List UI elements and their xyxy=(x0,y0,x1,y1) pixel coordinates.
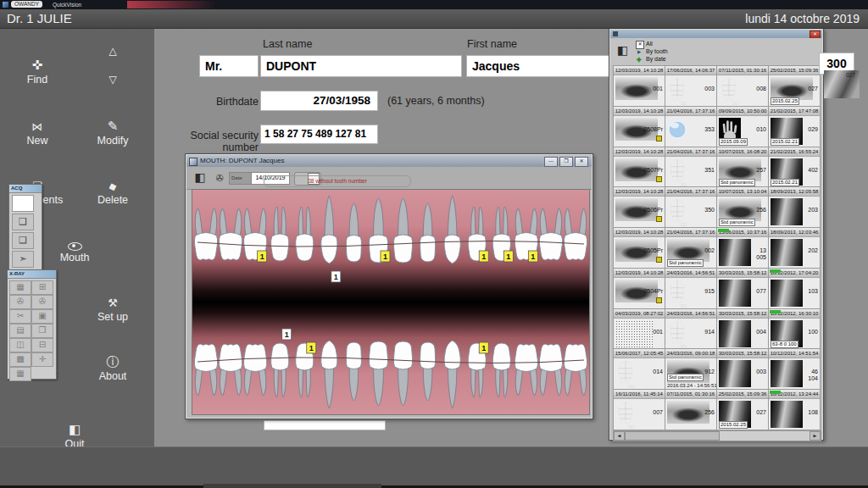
thumbnail-cell[interactable]: 24/03/2016, 14:56:513D915 xyxy=(665,269,717,309)
xray-thumbnail-t3d[interactable]: 3D xyxy=(667,77,687,106)
thumbnail-cell[interactable]: 10/12/2012, 13:24:44108 xyxy=(769,390,821,430)
xray-thumbnail-pano[interactable] xyxy=(615,77,658,100)
thumbnail-cell[interactable]: 12/03/2019, 14:10:28001 xyxy=(614,66,665,107)
scrollbar-thumb[interactable] xyxy=(625,431,720,441)
thumbnail-cell[interactable]: 21/02/2015, 17:47:080292015.02.21 xyxy=(769,107,821,147)
minimize-button[interactable] xyxy=(544,157,558,167)
xray-thumbnail-xray[interactable] xyxy=(771,360,803,387)
thumbnail-cell[interactable]: 18/12/2012, 17:04:20103 xyxy=(769,269,821,309)
thumbnail-cell[interactable]: 30/03/2015, 15:58:12077 xyxy=(717,269,769,309)
tooth-incisor[interactable] xyxy=(346,342,361,401)
xray-thumbnail-t3d[interactable]: 3D xyxy=(615,360,636,389)
xray-thumbnail-pano[interactable] xyxy=(667,401,709,424)
acquire-cam-2-icon[interactable]: ✇ xyxy=(31,295,53,309)
cut-icon[interactable]: ✂ xyxy=(9,309,31,324)
thumbnail-cell[interactable]: 21/04/2016, 17:37:16002Std panoramic xyxy=(665,228,717,269)
xray-thumbnail-xray[interactable] xyxy=(719,360,751,387)
xray-thumbnail-xray[interactable] xyxy=(719,239,751,266)
xray-thumbnail-xray[interactable] xyxy=(771,239,803,266)
exit-door-icon[interactable]: ◧ xyxy=(617,43,628,57)
thumbnail-cell[interactable]: 18/09/2013, 12:05:58203 xyxy=(769,187,821,228)
maximize-button[interactable] xyxy=(559,157,573,167)
xray-thumbnail-dither[interactable] xyxy=(615,320,653,347)
thumbnail-cell[interactable]: 15/06/2017, 12:05:453D014 xyxy=(614,349,665,390)
thumbnail-cell[interactable]: 12/03/2019, 14:10:280505Pr xyxy=(614,228,665,269)
tooth-molar[interactable] xyxy=(564,208,587,260)
xray-thumbnail-pano[interactable] xyxy=(667,239,709,262)
xray-thumbnail-t3d[interactable]: 3D xyxy=(667,158,687,187)
tooth-molar[interactable] xyxy=(515,344,537,396)
thumbnail-cell[interactable]: 21/04/2016, 17:37:163D350 xyxy=(665,187,717,228)
thumbnail-cell[interactable]: 16/11/2016, 11:45:143D007 xyxy=(614,390,665,430)
thumbnail-cell[interactable]: 24/03/2016, 14:56:513D914 xyxy=(665,309,717,350)
thumbnail-cell[interactable]: 25/02/2015, 15:09:360272015.02.25 xyxy=(717,390,769,430)
thumbnail-cell[interactable]: 24/03/2016, 09:00:18912Std panoramic2016… xyxy=(665,349,717,390)
filter-by-tooth[interactable]: By tooth xyxy=(646,48,668,54)
scroll-right-arrow[interactable]: ▶ xyxy=(810,431,821,441)
thumbnail-cell[interactable]: 21/04/2016, 17:37:163D351 xyxy=(665,147,717,188)
exit-door-icon[interactable]: ◧ xyxy=(193,169,207,186)
thumbnail-cell[interactable]: 21/04/2016, 17:37:16353 xyxy=(665,107,717,147)
tooth-molar[interactable] xyxy=(194,208,217,260)
tooth-molar[interactable] xyxy=(194,344,217,396)
xray-thumbnail-t3db[interactable] xyxy=(667,118,687,143)
mouth-button[interactable]: Mouth xyxy=(45,236,104,263)
tooth-chart[interactable]: 111111111 xyxy=(192,189,590,415)
acquire-cam-icon[interactable]: ✇ xyxy=(9,295,31,309)
thumbnail-cell[interactable]: 12/03/2019, 14:10:280508Pr xyxy=(614,107,665,147)
xray-thumbnail-t3d[interactable]: 3D xyxy=(667,198,687,227)
scroll-down-button[interactable] xyxy=(83,71,142,86)
thumbnail-cell[interactable]: 07/11/2015, 01:30:163D008 xyxy=(717,66,769,107)
dense-grid-icon[interactable]: ▩ xyxy=(9,352,31,367)
thumbnail-cell[interactable]: 18/09/2013, 12:03:46202 xyxy=(769,228,821,269)
thumbnail-cell[interactable]: 07/11/2015, 01:30:16256 xyxy=(665,390,717,430)
xray-thumbnail-t3d[interactable]: 3D xyxy=(615,401,636,430)
thumbnail-cell[interactable]: 15/06/2015, 10:37:1613005 xyxy=(717,228,769,269)
ssn-field[interactable]: 1 58 27 75 489 127 81 xyxy=(261,125,377,143)
thumbnail-cell[interactable]: 09/09/2015, 10:50:000102015.09.09 xyxy=(717,107,769,147)
xray-thumbnail-xray[interactable] xyxy=(771,280,803,307)
grid-plus-icon[interactable]: ▦ xyxy=(9,280,31,295)
tooth-premolar[interactable] xyxy=(296,207,314,261)
film-strip-icon[interactable]: ▦ xyxy=(9,367,31,381)
thumbnail-cell[interactable]: 12/03/2019, 14:10:280507Pr xyxy=(614,147,665,188)
xray-toolbar-title[interactable]: X-RAY xyxy=(8,270,56,279)
thumbnail-cell[interactable]: 10/07/2015, 16:08:20257Std panoramic xyxy=(717,147,769,188)
new-button[interactable]: New xyxy=(8,119,67,147)
tooth-incisor[interactable] xyxy=(420,203,435,262)
tooth-molar[interactable] xyxy=(539,344,562,396)
collage-icon[interactable]: ❒ xyxy=(31,324,53,338)
thumbnail-cell[interactable]: 18/12/2012, 16:30:1010063-8 0 100 xyxy=(769,309,821,350)
move-icon[interactable]: ✛ xyxy=(31,352,53,367)
acq-toolbar-title[interactable]: ACQ xyxy=(9,185,42,193)
tooth-premolar[interactable] xyxy=(271,207,289,261)
layout-icon[interactable]: ◫ xyxy=(9,338,31,352)
find-button[interactable]: Find xyxy=(8,58,67,86)
frame-icon[interactable]: ▣ xyxy=(31,309,53,324)
camera-icon[interactable]: ✇ xyxy=(213,172,226,184)
xray-thumbnail-xray[interactable] xyxy=(771,198,803,225)
thumbnail-cell[interactable]: 12/03/2019, 14:10:280506Pr xyxy=(614,187,665,228)
thumbnail-cell[interactable]: 10/07/2015, 13:10:04256Std panoramic xyxy=(717,187,769,228)
xray-thumbnail-pano[interactable] xyxy=(719,158,761,181)
xray-thumbnail-t3d[interactable]: 3D xyxy=(667,280,687,308)
blank-icon[interactable] xyxy=(12,195,34,212)
xray-thumbnail-pano[interactable] xyxy=(719,198,761,221)
xray-thumbnail-pano[interactable] xyxy=(771,77,813,100)
xray-thumbnail-t3d[interactable]: 3D xyxy=(667,320,687,349)
tooth-molar[interactable] xyxy=(219,344,242,396)
page-export-icon[interactable]: ❏ xyxy=(12,232,34,249)
xray-thumbnail-xray[interactable] xyxy=(719,280,751,307)
horizontal-scrollbar[interactable]: ◀ ▶ xyxy=(613,430,821,441)
xray-thumbnail-xray[interactable] xyxy=(719,320,751,347)
thumbnail-cell[interactable]: 12/03/2019, 14:10:280504Pr xyxy=(614,269,665,309)
tooth-central[interactable] xyxy=(393,341,412,406)
tooth-premolar[interactable] xyxy=(271,343,289,397)
tooth-incisor[interactable] xyxy=(346,203,361,262)
birthdate-field[interactable]: 27/03/1958 xyxy=(261,92,377,110)
image-doc-icon[interactable]: ❑ xyxy=(12,214,34,230)
delete-button[interactable]: Delete xyxy=(83,178,142,206)
close-icon[interactable] xyxy=(575,157,588,167)
thumbnail-cell[interactable]: 30/03/2015, 15:58:12003 xyxy=(717,349,769,390)
tooth-canine[interactable] xyxy=(444,196,460,263)
